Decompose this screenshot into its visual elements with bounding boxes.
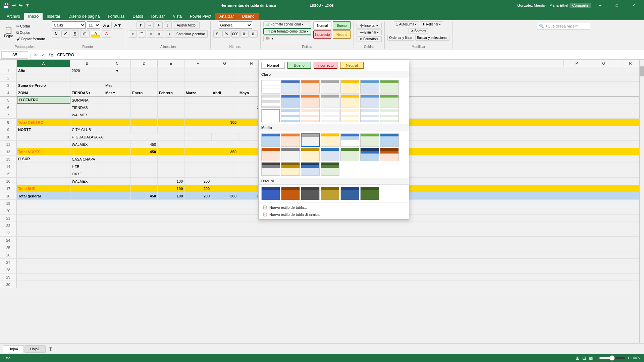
align-bottom-btn[interactable]: ⬇ bbox=[155, 21, 163, 29]
row-number[interactable]: 5 bbox=[0, 97, 17, 104]
ts-style-item[interactable] bbox=[281, 162, 300, 176]
col-header-b[interactable]: B bbox=[70, 60, 104, 67]
minimize-button[interactable]: ─ bbox=[592, 0, 608, 11]
bold-btn[interactable]: N bbox=[52, 30, 60, 38]
col-header-d[interactable]: D bbox=[131, 60, 158, 67]
font-color-btn[interactable]: A bbox=[102, 30, 111, 38]
cell-reference-input[interactable] bbox=[1, 51, 28, 59]
tab-power-pivot[interactable]: Power Pivot bbox=[186, 13, 215, 20]
underline-btn[interactable]: S bbox=[71, 30, 79, 38]
ts-style-item[interactable] bbox=[340, 109, 359, 122]
sheet-tab-hoja4[interactable]: Hoja4 bbox=[3, 345, 24, 353]
border-btn[interactable]: ⊞ bbox=[80, 30, 90, 38]
tab-datos[interactable]: Datos bbox=[128, 13, 147, 20]
ts-style-item[interactable] bbox=[360, 148, 379, 161]
decrease-font-btn[interactable]: A▼ bbox=[113, 22, 123, 29]
fill-btn[interactable]: ⬇ Rellenar ▾ bbox=[420, 21, 443, 27]
zoom-in-btn[interactable]: + bbox=[627, 356, 629, 360]
ts-style-item[interactable] bbox=[321, 95, 339, 108]
row-number[interactable]: 4 bbox=[0, 89, 17, 96]
new-table-style-btn[interactable]: 📋 Nuevo estilo de tabla... bbox=[261, 204, 406, 211]
row-number[interactable]: 14 bbox=[0, 163, 17, 170]
percent-btn[interactable]: $ bbox=[213, 30, 221, 38]
find-select-btn[interactable]: Buscar y seleccionar bbox=[415, 35, 449, 41]
ts-style-item[interactable] bbox=[301, 80, 320, 94]
align-right-btn[interactable]: ≡ bbox=[147, 30, 155, 38]
align-top-btn[interactable]: ⬆ bbox=[137, 21, 145, 29]
close-button[interactable]: ✕ bbox=[626, 0, 641, 11]
dec-increase-btn[interactable]: .0↑ bbox=[240, 30, 249, 38]
ts-bueno-box[interactable]: Bueno bbox=[287, 62, 311, 69]
cell-styles-btn[interactable]: 🎨 ▾ bbox=[263, 36, 312, 41]
ts-style-item[interactable] bbox=[321, 80, 339, 94]
ts-style-item[interactable] bbox=[301, 109, 320, 122]
search-input[interactable] bbox=[545, 24, 589, 28]
sort-filter-btn[interactable]: Ordenar y filtrar bbox=[387, 35, 414, 41]
row-number[interactable]: 16 bbox=[0, 178, 17, 185]
ts-neutral-box[interactable]: Neutral bbox=[340, 62, 364, 69]
indent-increase-btn[interactable]: ⇥ bbox=[165, 30, 173, 38]
ts-style-item[interactable] bbox=[321, 162, 339, 176]
row-number[interactable]: 10 bbox=[0, 133, 17, 140]
sheet-tab-hoja1[interactable]: Hoja1 bbox=[24, 345, 46, 353]
merge-center-btn[interactable]: Combinar y centrar bbox=[174, 30, 208, 38]
ts-style-item[interactable] bbox=[261, 162, 280, 176]
row-number[interactable]: 18 bbox=[0, 192, 17, 199]
ts-style-item[interactable] bbox=[281, 187, 300, 200]
row-number[interactable]: 2 bbox=[0, 74, 17, 81]
col-header-f[interactable]: F bbox=[184, 60, 211, 67]
row-number[interactable]: 13 bbox=[0, 156, 17, 163]
page-break-btn[interactable]: ⊟ bbox=[582, 355, 586, 361]
format-cells-btn[interactable]: ⚙ Formato ▾ bbox=[357, 36, 382, 42]
ts-style-item[interactable] bbox=[360, 187, 379, 200]
vertical-scrollbar[interactable] bbox=[639, 60, 644, 343]
number-format-select[interactable]: General bbox=[219, 21, 252, 29]
custom-qs-btn[interactable]: ▼ bbox=[25, 3, 30, 8]
copy-button[interactable]: ⧉ Copiar bbox=[15, 30, 47, 36]
cell-b1[interactable]: 2020 bbox=[70, 67, 104, 74]
insert-function-btn[interactable]: ƒx bbox=[47, 52, 55, 58]
ts-style-item[interactable] bbox=[261, 109, 280, 122]
zoom-slider[interactable] bbox=[599, 355, 626, 361]
ts-style-item[interactable] bbox=[281, 80, 300, 94]
col-header-p[interactable]: P bbox=[564, 60, 590, 67]
ts-style-item[interactable] bbox=[281, 133, 300, 147]
new-pivot-style-btn[interactable]: 📋 Nuevo estilo de tabla dinámica... bbox=[261, 211, 406, 218]
col-header-e[interactable]: E bbox=[158, 60, 184, 67]
ts-style-item[interactable] bbox=[321, 187, 339, 200]
tab-vista[interactable]: Vista bbox=[169, 13, 186, 20]
style-incorrecto-btn[interactable]: Incorrecto bbox=[313, 31, 331, 39]
delete-cells-btn[interactable]: ➖ Eliminar ▾ bbox=[357, 29, 382, 35]
ts-style-item[interactable] bbox=[360, 95, 379, 108]
cell-a4[interactable]: ZONA bbox=[17, 89, 70, 96]
cell-a6[interactable] bbox=[17, 104, 70, 111]
cell-c1[interactable]: ▼ bbox=[104, 67, 131, 74]
ts-style-item[interactable] bbox=[380, 148, 399, 161]
style-normal-btn[interactable]: Normal bbox=[313, 21, 331, 29]
ts-style-item[interactable] bbox=[380, 95, 399, 108]
style-neutral-btn[interactable]: Neutral bbox=[333, 31, 351, 39]
ts-style-item[interactable] bbox=[261, 148, 280, 161]
col-header-c[interactable]: C bbox=[104, 60, 131, 67]
ts-style-item[interactable] bbox=[340, 133, 359, 147]
cell-a1[interactable]: Año bbox=[17, 67, 70, 74]
dec-decrease-btn[interactable]: .0↓ bbox=[250, 30, 258, 38]
paste-button[interactable]: 📋 Pegar bbox=[3, 26, 14, 39]
maximize-button[interactable]: □ bbox=[609, 0, 625, 11]
format-copy-button[interactable]: 🖌 Copiar formato bbox=[15, 36, 47, 42]
formula-input[interactable] bbox=[56, 51, 643, 59]
row-number[interactable]: 3 bbox=[0, 82, 17, 89]
page-view-btn[interactable]: ⊠ bbox=[589, 355, 593, 361]
ts-style-item[interactable] bbox=[301, 133, 320, 147]
ts-style-item[interactable] bbox=[281, 109, 300, 122]
tab-analizar[interactable]: Analizar bbox=[215, 13, 238, 20]
format-table-btn[interactable]: 📋 Dar formato como tabla ▾ bbox=[263, 28, 312, 35]
wrap-text-btn[interactable]: Ajustar texto bbox=[173, 21, 200, 29]
add-sheet-btn[interactable]: ⊕ bbox=[46, 346, 55, 352]
ts-style-item[interactable] bbox=[360, 80, 379, 94]
row-number[interactable]: 17 bbox=[0, 185, 17, 192]
dropdown-scroll-area[interactable]: Claro bbox=[259, 71, 409, 202]
col-header-q[interactable]: Q bbox=[590, 60, 617, 67]
ts-style-item[interactable] bbox=[321, 148, 339, 161]
cell-d1[interactable] bbox=[131, 67, 158, 74]
